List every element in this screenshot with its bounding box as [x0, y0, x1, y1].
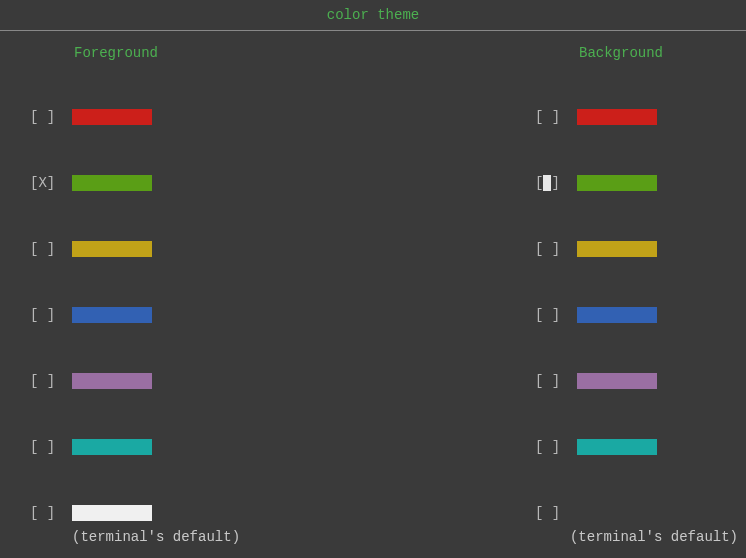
- checkbox[interactable]: [X]: [30, 175, 60, 191]
- color-swatch: [72, 175, 152, 191]
- checkbox[interactable]: [ ]: [30, 505, 60, 521]
- option-sublabel: (terminal's default): [570, 529, 738, 545]
- checkbox[interactable]: [ ]: [535, 175, 565, 191]
- color-columns: Foreground [ ][X][ ][ ][ ][ ][ ](termina…: [0, 33, 746, 545]
- color-swatch: [72, 109, 152, 125]
- color-swatch: [72, 241, 152, 257]
- checkbox[interactable]: [ ]: [30, 439, 60, 455]
- color-swatch: [577, 373, 657, 389]
- checkbox[interactable]: [ ]: [30, 373, 60, 389]
- color-swatch: [577, 175, 657, 191]
- background-option[interactable]: [ ]: [535, 165, 738, 201]
- color-swatch: [577, 439, 657, 455]
- color-swatch: [577, 241, 657, 257]
- checkbox[interactable]: [ ]: [535, 439, 565, 455]
- checkbox[interactable]: [ ]: [535, 505, 565, 521]
- foreground-option[interactable]: [ ]: [30, 297, 240, 333]
- foreground-option[interactable]: [ ]: [30, 231, 240, 267]
- color-swatch: [577, 109, 657, 125]
- foreground-option[interactable]: [ ]: [30, 99, 240, 135]
- checkbox[interactable]: [ ]: [535, 109, 565, 125]
- checkbox[interactable]: [ ]: [30, 241, 60, 257]
- background-option[interactable]: [ ]: [535, 231, 738, 267]
- checkbox[interactable]: [ ]: [535, 307, 565, 323]
- option-sublabel: (terminal's default): [72, 529, 240, 545]
- background-option[interactable]: [ ]: [535, 429, 738, 465]
- checkbox[interactable]: [ ]: [30, 307, 60, 323]
- background-option[interactable]: [ ]: [535, 297, 738, 333]
- color-swatch: [72, 373, 152, 389]
- background-option[interactable]: [ ]: [535, 363, 738, 399]
- background-option[interactable]: [ ]: [535, 495, 738, 531]
- color-swatch: [72, 439, 152, 455]
- foreground-option[interactable]: [ ]: [30, 429, 240, 465]
- background-header: Background: [535, 33, 663, 69]
- checkbox[interactable]: [ ]: [535, 241, 565, 257]
- checkbox[interactable]: [ ]: [30, 109, 60, 125]
- foreground-header: Foreground: [30, 33, 240, 69]
- color-swatch: [577, 307, 657, 323]
- divider: [0, 30, 746, 31]
- checkbox[interactable]: [ ]: [535, 373, 565, 389]
- background-column: Background [ ][ ][ ][ ][ ][ ][ ](termina…: [535, 33, 746, 545]
- foreground-option[interactable]: [ ]: [30, 363, 240, 399]
- color-swatch: [72, 505, 152, 521]
- background-option[interactable]: [ ]: [535, 99, 738, 135]
- color-swatch: [72, 307, 152, 323]
- foreground-column: Foreground [ ][X][ ][ ][ ][ ][ ](termina…: [0, 33, 240, 545]
- foreground-option[interactable]: [X]: [30, 165, 240, 201]
- foreground-option[interactable]: [ ]: [30, 495, 240, 531]
- page-title: color theme: [0, 0, 746, 30]
